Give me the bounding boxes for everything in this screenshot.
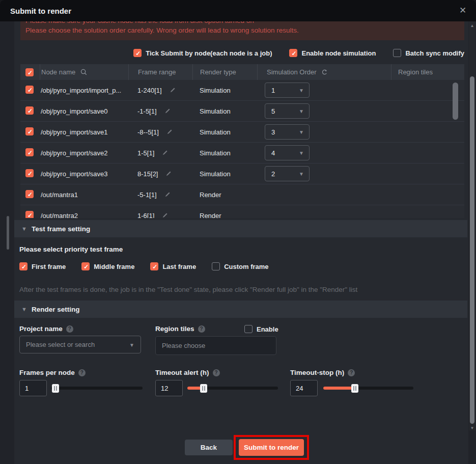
- last-frame-checkbox[interactable]: [150, 262, 158, 270]
- timeout-alert-input[interactable]: 12: [155, 380, 183, 396]
- batch-sync-label: Batch sync modify: [405, 49, 464, 57]
- edit-icon[interactable]: [161, 212, 169, 218]
- frame-range-value: 8-15[2]: [137, 170, 158, 178]
- submit-to-render-button[interactable]: Submit to render: [239, 439, 304, 456]
- scroll-down-icon[interactable]: ▼: [469, 426, 475, 430]
- warning-line-2: Please choose the solution order careful…: [20, 25, 464, 35]
- row-checkbox[interactable]: [25, 86, 34, 94]
- help-icon[interactable]: ?: [348, 369, 355, 376]
- option-tick-submit-by-node[interactable]: Tick Submit by node(each node is a job): [133, 49, 272, 57]
- frame-range-value: 1-6[1]: [137, 212, 154, 219]
- help-icon[interactable]: ?: [78, 369, 86, 376]
- priority-test-frame-prompt: Please select priority test frame: [19, 245, 123, 253]
- node-name: /obj/pyro_import/save3: [40, 170, 128, 178]
- middle-frame-checkbox[interactable]: [81, 262, 90, 270]
- simulation-order-select[interactable]: 5▼: [265, 103, 310, 119]
- help-icon[interactable]: ?: [198, 325, 205, 333]
- edit-icon[interactable]: [166, 128, 173, 135]
- chevron-down-icon: ▼: [129, 342, 134, 347]
- warning-banner: Please make sure your cache node has the…: [20, 21, 464, 40]
- row-checkbox[interactable]: [25, 106, 34, 115]
- table-header: Node name Frame range Render type Simula…: [20, 64, 464, 80]
- select-all-checkbox[interactable]: [25, 68, 34, 76]
- region-tiles-input[interactable]: Please choose: [155, 336, 276, 355]
- timeout-stop-input[interactable]: 24: [290, 380, 318, 396]
- title-bar: Submit to render ✕: [0, 0, 476, 21]
- section-render-setting[interactable]: ▼ Render setting: [14, 301, 467, 318]
- refresh-icon[interactable]: [321, 69, 328, 75]
- left-scrollbar-thumb[interactable]: [7, 216, 9, 250]
- table-scrollbar-thumb[interactable]: [453, 83, 458, 120]
- frames-per-node-slider-handle[interactable]: [52, 384, 59, 393]
- frame-range-value: 1-240[1]: [137, 87, 162, 94]
- table-row: /obj/pyro_import/import_p... 1-240[1] Si…: [20, 80, 464, 101]
- batch-sync-checkbox[interactable]: [393, 49, 401, 57]
- row-checkbox[interactable]: [25, 190, 34, 198]
- render-type: Simulation: [192, 149, 257, 157]
- render-type: Simulation: [192, 170, 257, 178]
- edit-icon[interactable]: [165, 170, 172, 177]
- render-type: Simulation: [192, 107, 257, 115]
- column-node-name[interactable]: Node name: [40, 64, 128, 80]
- tick-submit-label: Tick Submit by node(each node is a job): [146, 49, 272, 57]
- option-last-frame[interactable]: Last frame: [150, 262, 196, 270]
- region-tiles-label: Region tiles?: [155, 325, 205, 333]
- section-title: Test frame setting: [32, 225, 90, 233]
- enable-simulation-label: Enable node simulation: [301, 49, 376, 57]
- tick-submit-checkbox[interactable]: [133, 49, 142, 57]
- frames-per-node-slider[interactable]: [51, 387, 143, 390]
- edit-icon[interactable]: [164, 191, 171, 198]
- option-middle-frame[interactable]: Middle frame: [81, 262, 134, 270]
- timeout-stop-label: Timeout-stop (h)?: [290, 369, 355, 376]
- warning-line-1: Please make sure your cache node has the…: [20, 21, 464, 25]
- option-enable-node-simulation[interactable]: Enable node simulation: [289, 49, 376, 57]
- scroll-up-icon[interactable]: ▲: [469, 23, 475, 28]
- frame-range-value: 1-5[1]: [137, 149, 154, 157]
- table-row: /out/mantra1 -5-1[1] Render: [20, 184, 464, 205]
- section-test-frame-setting[interactable]: ▼ Test frame setting: [14, 220, 467, 237]
- region-enable-checkbox[interactable]: [244, 325, 253, 333]
- row-checkbox[interactable]: [25, 211, 34, 219]
- row-checkbox[interactable]: [25, 148, 34, 156]
- collapse-arrow-icon[interactable]: ▼: [21, 226, 27, 232]
- table-row: /obj/pyro_import/save1 -8--5[1] Simulati…: [20, 122, 464, 143]
- simulation-order-select[interactable]: 4▼: [265, 145, 310, 160]
- edit-icon[interactable]: [161, 149, 169, 156]
- simulation-order-select[interactable]: 1▼: [265, 83, 310, 98]
- timeout-alert-slider-handle[interactable]: [200, 384, 207, 393]
- column-render-type: Render type: [192, 64, 257, 80]
- custom-frame-checkbox[interactable]: [212, 262, 220, 270]
- frames-per-node-input[interactable]: 1: [19, 380, 47, 396]
- option-custom-frame[interactable]: Custom frame: [212, 262, 268, 270]
- node-name: /out/mantra1: [40, 191, 128, 199]
- option-batch-sync-modify[interactable]: Batch sync modify: [393, 49, 464, 57]
- help-icon[interactable]: ?: [66, 325, 73, 333]
- project-name-select[interactable]: Please select or search ▼: [19, 336, 141, 353]
- option-region-enable[interactable]: Enable: [244, 325, 278, 333]
- simulation-order-select[interactable]: 2▼: [265, 166, 310, 181]
- test-frame-hint: After the test frames is done, the job i…: [19, 286, 357, 293]
- chevron-down-icon: ▼: [299, 88, 304, 93]
- close-icon[interactable]: ✕: [458, 6, 468, 16]
- option-first-frame[interactable]: First frame: [19, 262, 66, 270]
- render-type: Simulation: [192, 128, 257, 136]
- row-checkbox[interactable]: [25, 127, 34, 135]
- simulation-order-select[interactable]: 3▼: [265, 124, 310, 140]
- chevron-down-icon: ▼: [299, 150, 304, 156]
- row-checkbox[interactable]: [25, 169, 34, 177]
- project-name-label: Project name?: [19, 325, 73, 333]
- enable-simulation-checkbox[interactable]: [289, 49, 297, 57]
- top-options-row: Tick Submit by node(each node is a job) …: [20, 48, 464, 58]
- timeout-stop-slider-handle[interactable]: [351, 384, 358, 393]
- edit-icon[interactable]: [164, 107, 171, 115]
- column-region-tiles: Region tiles: [391, 64, 464, 80]
- timeout-alert-label: Timeout alert (h)?: [155, 369, 220, 376]
- help-icon[interactable]: ?: [213, 369, 220, 376]
- back-button[interactable]: Back: [185, 440, 233, 455]
- collapse-arrow-icon[interactable]: ▼: [21, 306, 27, 312]
- edit-icon[interactable]: [169, 87, 176, 94]
- first-frame-checkbox[interactable]: [19, 262, 27, 270]
- search-icon[interactable]: [80, 68, 88, 76]
- chevron-down-icon: ▼: [299, 129, 304, 135]
- vertical-scrollbar-thumb[interactable]: [470, 76, 474, 424]
